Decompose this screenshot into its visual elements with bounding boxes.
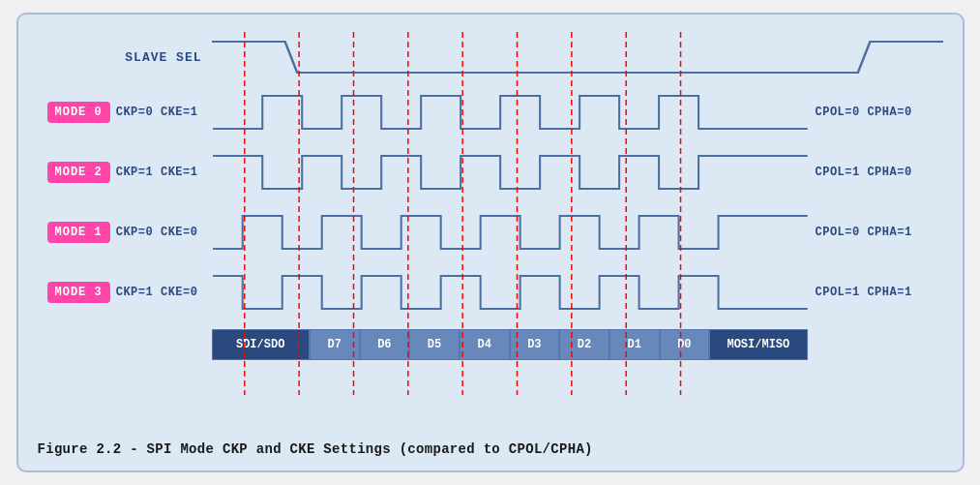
mode-3-row: MODE 3 CKP=1 CKE=0 CPOL=1 CPHA=1	[47, 262, 943, 322]
mode-1-params: CKP=0 CKE=0	[116, 226, 213, 239]
mode-2-cpol: CPOL=1 CPHA=0	[808, 166, 943, 179]
mode-0-wave	[213, 82, 808, 142]
slave-sel-wave	[212, 32, 943, 82]
data-seg-d2: D2	[559, 329, 609, 360]
data-seg-d5: D5	[409, 329, 460, 360]
slave-sel-row: SLAVE SEL	[47, 32, 943, 82]
slave-sel-label: SLAVE SEL	[47, 50, 212, 65]
data-seg-d7: D7	[310, 329, 360, 360]
data-seg-sdi-sdo: SDI/SDO	[212, 329, 310, 360]
data-row: SDI/SDO D7 D6 D5 D4 D3 D2 D1 D0 MOSI/MIS…	[47, 326, 943, 363]
data-seg-d6: D6	[360, 329, 410, 360]
mode-1-row: MODE 1 CKP=0 CKE=0 CPOL=0 CPHA=1	[47, 202, 943, 262]
figure-caption: Figure 2.2 - SPI Mode CKP and CKE Settin…	[38, 441, 943, 457]
signal-rows: SLAVE SEL MODE 0 CKP=0 CKE=1	[38, 32, 943, 432]
data-seg-d0: D0	[660, 329, 710, 360]
mode-1-cpol: CPOL=0 CPHA=1	[808, 226, 943, 239]
diagram-area: SLAVE SEL MODE 0 CKP=0 CKE=1	[38, 32, 943, 432]
mode-3-wave	[213, 262, 808, 322]
data-seg-mosi-miso: MOSI/MISO	[709, 329, 807, 360]
mode-2-wave	[213, 142, 808, 202]
mode-3-params: CKP=1 CKE=0	[116, 286, 213, 299]
mode-2-row: MODE 2 CKP=1 CKE=1 CPOL=1 CPHA=0	[47, 142, 943, 202]
mode-0-badge: MODE 0	[47, 102, 110, 123]
mode-3-cpol: CPOL=1 CPHA=1	[808, 286, 943, 299]
mode-1-badge: MODE 1	[47, 222, 110, 243]
diagram-container: SLAVE SEL MODE 0 CKP=0 CKE=1	[16, 13, 965, 472]
mode-0-cpol: CPOL=0 CPHA=0	[808, 106, 943, 119]
mode-3-badge: MODE 3	[47, 282, 110, 303]
data-seg-d1: D1	[609, 329, 660, 360]
mode-0-params: CKP=0 CKE=1	[116, 106, 213, 119]
mode-0-row: MODE 0 CKP=0 CKE=1 CPOL=0 CPHA=0	[47, 82, 943, 142]
mode-2-params: CKP=1 CKE=1	[116, 166, 213, 179]
mode-1-wave	[213, 202, 808, 262]
data-seg-d4: D4	[460, 329, 510, 360]
mode-2-badge: MODE 2	[47, 162, 110, 183]
data-segments: SDI/SDO D7 D6 D5 D4 D3 D2 D1 D0 MOSI/MIS…	[212, 329, 808, 360]
data-seg-d3: D3	[510, 329, 560, 360]
